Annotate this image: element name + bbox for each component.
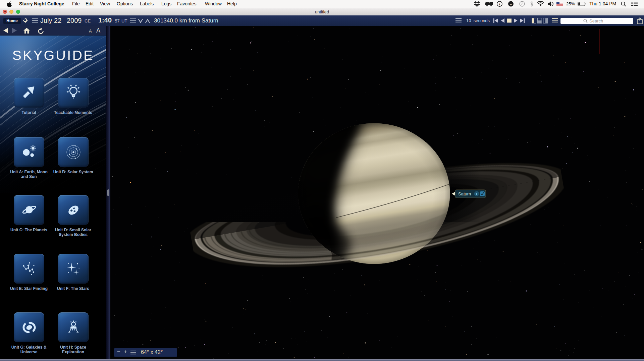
svg-text:Saturn: Saturn	[458, 191, 471, 196]
svg-text:∞: ∞	[510, 2, 512, 6]
svg-text:i: i	[476, 192, 477, 196]
svg-text:i: i	[499, 2, 500, 6]
